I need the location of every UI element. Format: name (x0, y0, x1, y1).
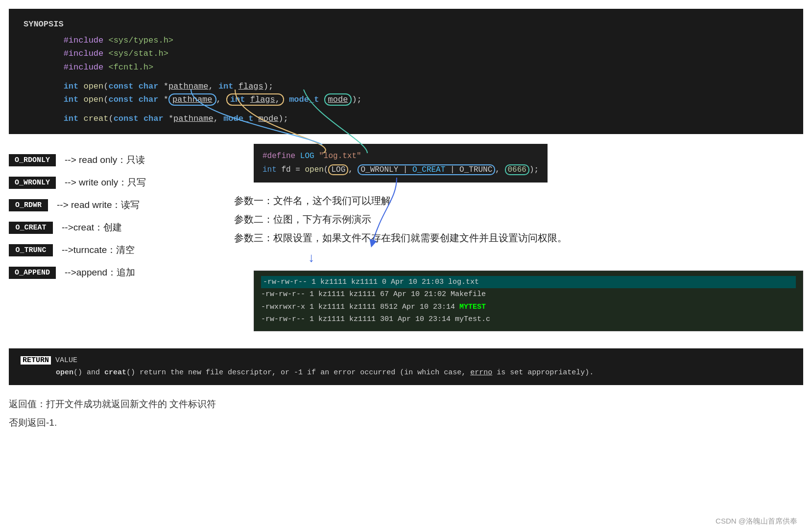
flag-row-append: O_APPEND -->append：追加 (9, 266, 215, 279)
return-block: RETURN VALUE open() and creat() return t… (9, 348, 803, 385)
file-listing: -rw-rw-r-- 1 kz1111 kz1111 0 Apr 10 21:0… (254, 271, 803, 331)
file-row-makefile: -rw-rw-r-- 1 kz1111 kz1111 67 Apr 10 21:… (261, 288, 796, 301)
flag-desc-trunc: -->turncate：清空 (62, 244, 135, 256)
flag-desc-append: -->append：追加 (65, 266, 135, 279)
file-row-mytest: -rwxrwxr-x 1 kz1111 kz1111 8512 Apr 10 2… (261, 301, 796, 314)
flags-panel: O_RDONLY --> read only：只读 O_WRONLY --> w… (9, 144, 215, 331)
return-text-line2: 否则返回-1. (9, 413, 803, 432)
flag-badge-rdonly: O_RDONLY (9, 154, 56, 166)
open-call-line: int fd = open(LOG, O_WRONLY | O_CREAT | … (263, 163, 539, 177)
open-prototype-2: int open(const char *pathname, int flags… (24, 93, 788, 106)
arrow-down: ↓ (308, 251, 803, 266)
return-value-label: VALUE (55, 356, 77, 365)
synopsis-label: SYNOPSIS (24, 18, 788, 31)
code-snippet: #define LOG "log.txt" int fd = open(LOG,… (254, 144, 548, 182)
creat-prototype: int creat(const char *pathname, mode_t m… (24, 112, 788, 125)
return-text: 返回值：打开文件成功就返回新文件的 文件标识符 否则返回-1. (9, 395, 803, 432)
flag-desc-creat: -->creat：创建 (62, 221, 122, 234)
return-desc: open() and creat() return the new file d… (21, 366, 791, 379)
return-label-line: RETURN VALUE (21, 354, 791, 367)
synopsis-block: SYNOPSIS #include <sys/types.h> #include… (9, 9, 803, 134)
param-2: 参数二：位图，下方有示例演示 (234, 210, 803, 229)
flag-badge-trunc: O_TRUNC (9, 244, 53, 256)
flag-desc-rdonly: --> read only：只读 (65, 154, 145, 166)
flag-desc-wronly: --> write only：只写 (65, 176, 146, 189)
return-text-line1: 返回值：打开文件成功就返回新文件的 文件标识符 (9, 395, 803, 413)
file-row-logtxt: -rw-rw-r-- 1 kz1111 kz1111 0 Apr 10 21:0… (261, 276, 796, 289)
flag-badge-append: O_APPEND (9, 267, 56, 279)
define-line: #define LOG "log.txt" (263, 150, 539, 163)
flag-badge-rdwr: O_RDWR (9, 199, 48, 211)
flag-row-creat: O_CREAT -->creat：创建 (9, 221, 215, 234)
param-3: 参数三：权限设置，如果文件不存在我们就需要创建文件并且设置访问权限。 (234, 229, 803, 247)
flag-badge-creat: O_CREAT (9, 222, 53, 234)
return-highlight: RETURN (21, 356, 51, 365)
includes: #include <sys/types.h> #include <sys/sta… (24, 34, 788, 74)
csdn-watermark: CSDN @洛魄山首席供奉 (716, 517, 797, 526)
open-prototype-1: int open(const char *pathname, int flags… (24, 80, 788, 93)
params-text: 参数一：文件名，这个我们可以理解 参数二：位图，下方有示例演示 参数三：权限设置… (234, 191, 803, 247)
flag-row-wronly: O_WRONLY --> write only：只写 (9, 176, 215, 189)
flag-badge-wronly: O_WRONLY (9, 177, 56, 189)
flag-row-trunc: O_TRUNC -->turncate：清空 (9, 244, 215, 256)
flag-desc-rdwr: --> read write：读写 (57, 199, 140, 211)
param-1: 参数一：文件名，这个我们可以理解 (234, 191, 803, 210)
right-panel: #define LOG "log.txt" int fd = open(LOG,… (229, 144, 803, 331)
file-row-mytestc: -rw-rw-r-- 1 kz1111 kz1111 301 Apr 10 23… (261, 313, 796, 326)
flag-row-rdonly: O_RDONLY --> read only：只读 (9, 154, 215, 166)
flag-row-rdwr: O_RDWR --> read write：读写 (9, 199, 215, 211)
